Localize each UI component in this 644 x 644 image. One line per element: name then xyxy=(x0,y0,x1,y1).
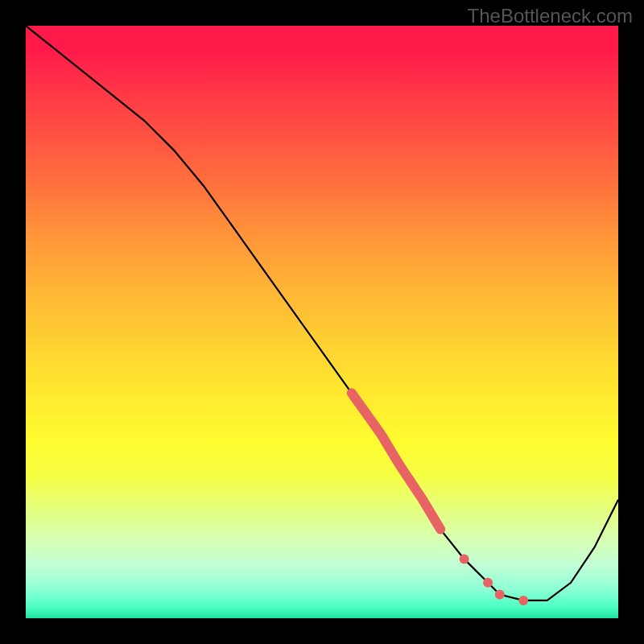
chart-svg xyxy=(26,26,618,618)
attribution-text: TheBottleneck.com xyxy=(468,5,633,27)
highlight-dot xyxy=(460,554,469,564)
curve-highlight-dots xyxy=(460,554,529,605)
chart-plot-area xyxy=(26,26,618,618)
curve-highlight-segment xyxy=(352,393,440,529)
highlight-dot xyxy=(495,590,505,600)
bottleneck-curve-line xyxy=(26,26,618,601)
highlight-dot xyxy=(483,578,493,588)
highlight-dot xyxy=(518,596,528,605)
